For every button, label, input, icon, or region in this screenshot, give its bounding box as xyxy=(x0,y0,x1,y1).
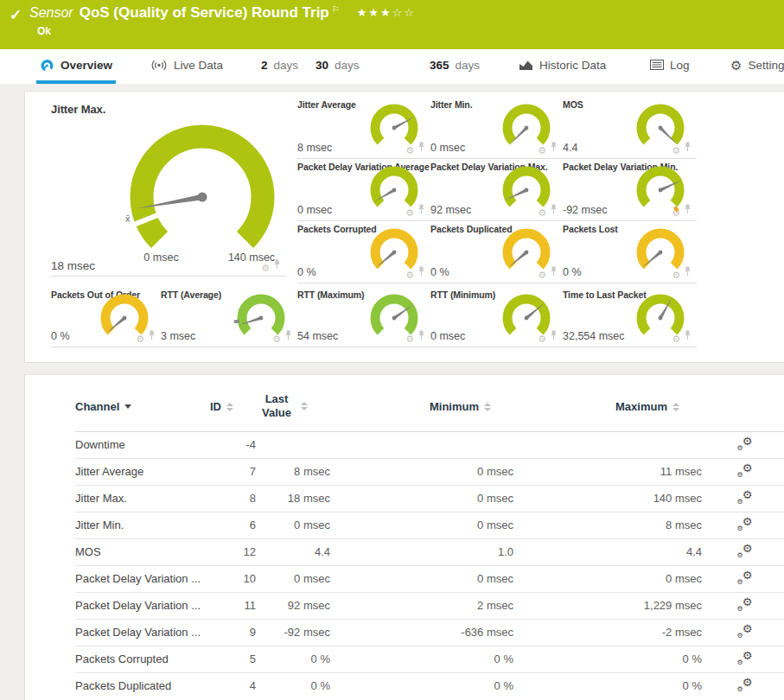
column-label: ID xyxy=(210,400,221,413)
gauge-value: 4.4 xyxy=(563,142,577,154)
gauge-title: Jitter Min. xyxy=(430,99,473,110)
cell-last-value: -92 msec xyxy=(256,619,330,646)
gauge-value: 0 % xyxy=(563,266,582,278)
cell-channel[interactable]: Packets Duplicated xyxy=(75,672,209,699)
tab-log[interactable]: Log xyxy=(647,49,693,80)
flag-icon[interactable]: ⚐ xyxy=(332,4,340,14)
cell-last-value xyxy=(256,431,330,458)
column-header-channel[interactable]: Channel xyxy=(75,375,209,431)
cell-last-value: 0 % xyxy=(256,672,330,699)
gauge-title: RTT (Minimum) xyxy=(430,290,495,300)
tab-bar: OverviewLive Data2days30days365daysHisto… xyxy=(0,49,784,84)
gauge-cell-packet-delay-variation-min[interactable]: Packet Delay Variation Min. -92 msec ⚙︎ xyxy=(563,160,697,221)
tab-label: Historic Data xyxy=(539,59,606,72)
gauge-cell-packets-duplicated[interactable]: Packets Duplicated 0 % ⚙︎ xyxy=(430,222,563,283)
cell-id: 5 xyxy=(209,646,256,672)
channel-settings-gears-icon[interactable] xyxy=(738,491,753,504)
gauge-cell-rtt-average[interactable]: RTT (Average) 3 msec ⚙︎ xyxy=(161,288,297,347)
table-header-row: ChannelIDLast ValueMinimumMaximum xyxy=(75,375,784,431)
cell-channel[interactable]: Packet Delay Variation ... xyxy=(75,565,209,592)
tab-label: days xyxy=(274,59,299,72)
gauge-cell-packets-out-of-order[interactable]: Packets Out of Order 0 % ⚙︎ xyxy=(51,288,161,347)
tab-settings[interactable]: ⚙︎Settings xyxy=(727,49,784,80)
tab-label: Log xyxy=(670,59,690,72)
column-header-maximum[interactable]: Maximum xyxy=(513,375,702,431)
gauge-cell-jitter-max[interactable]: Jitter Max. 0 msec 140 msec x̄ 18 msec ⚙… xyxy=(51,98,286,277)
channel-settings-gears-icon[interactable] xyxy=(738,625,753,638)
gauge-arc xyxy=(54,100,304,273)
cell-actions xyxy=(702,646,784,672)
tab-live-data[interactable]: Live Data xyxy=(147,49,226,80)
cell-id: 6 xyxy=(209,512,256,538)
tab-number: 2 xyxy=(261,59,268,72)
gauge-cell-packets-lost[interactable]: Packets Lost 0 % ⚙︎ xyxy=(563,222,697,283)
tab-historic-data[interactable]: Historic Data xyxy=(515,49,609,80)
column-header-minimum[interactable]: Minimum xyxy=(330,375,513,431)
cell-channel[interactable]: Packets Corrupted xyxy=(75,646,209,672)
priority-stars[interactable]: ★★★☆☆ xyxy=(357,6,416,19)
cell-channel[interactable]: Jitter Min. xyxy=(75,512,209,538)
broadcast-icon xyxy=(150,60,168,71)
cell-minimum: 0 % xyxy=(330,672,513,699)
cell-channel[interactable]: Packet Delay Variation ... xyxy=(75,619,209,646)
cell-channel[interactable]: Packet Delay Variation ... xyxy=(75,592,209,619)
tab-365-days[interactable]: 365days xyxy=(426,49,483,80)
tab-number: 365 xyxy=(430,59,449,72)
sort-icon xyxy=(672,403,679,411)
channel-settings-gears-icon[interactable] xyxy=(738,598,753,611)
cell-last-value: 92 msec xyxy=(256,592,330,619)
channel-settings-gears-icon[interactable] xyxy=(738,518,753,531)
cell-actions xyxy=(702,619,784,646)
cell-id: 8 xyxy=(209,485,256,512)
gauge-arc xyxy=(367,101,422,155)
gauge-cell-packet-delay-variation-max[interactable]: Packet Delay Variation Max. 92 msec ⚙︎ xyxy=(430,160,563,221)
gauge-value: 0 % xyxy=(297,266,316,278)
tab-30-days[interactable]: 30days xyxy=(312,49,363,80)
gauge-value: 0 msec xyxy=(430,142,465,154)
channel-settings-gears-icon[interactable] xyxy=(738,544,753,557)
gauge-cell-mos[interactable]: MOS 4.4 ⚙︎ xyxy=(563,98,697,159)
cell-minimum: 0 msec xyxy=(330,565,513,592)
channel-settings-gears-icon[interactable] xyxy=(738,652,753,665)
cell-maximum: 0 msec xyxy=(513,565,702,592)
cell-minimum: 2 msec xyxy=(330,592,513,619)
table-row-packet-delay-variation: Packet Delay Variation ...1192 msec2 mse… xyxy=(75,592,784,619)
cell-maximum: -2 msec xyxy=(513,619,702,646)
gauge-cell-time-to-last-packet[interactable]: Time to Last Packet 32,554 msec ⚙︎ xyxy=(563,288,697,347)
gauge-arc xyxy=(499,291,554,345)
gauge-title: Jitter Average xyxy=(297,99,356,110)
cell-actions xyxy=(702,592,784,619)
channel-settings-gears-icon[interactable] xyxy=(738,437,753,450)
gauge-cell-packet-delay-variation-average[interactable]: Packet Delay Variation Average 0 msec ⚙︎ xyxy=(297,160,430,221)
channel-settings-gears-icon[interactable] xyxy=(738,571,753,584)
log-icon xyxy=(650,60,664,70)
gauge-cell-packets-corrupted[interactable]: Packets Corrupted 0 % ⚙︎ xyxy=(297,222,430,283)
gauge-cell-jitter-average[interactable]: Jitter Average 8 msec ⚙︎ xyxy=(297,98,430,159)
cell-actions xyxy=(702,431,784,458)
cell-channel[interactable]: Jitter Average xyxy=(75,458,209,485)
column-header-last-value[interactable]: Last Value xyxy=(256,375,330,431)
cell-channel[interactable]: MOS xyxy=(75,538,209,565)
cell-channel[interactable]: Jitter Max. xyxy=(75,485,209,512)
cell-actions xyxy=(702,458,784,485)
cell-minimum xyxy=(330,431,513,458)
tab-overview[interactable]: Overview xyxy=(36,49,116,84)
gauge-cell-jitter-min[interactable]: Jitter Min. 0 msec ⚙︎ xyxy=(430,98,563,159)
gauge-cell-rtt-minimum[interactable]: RTT (Minimum) 0 msec ⚙︎ xyxy=(430,288,563,347)
channel-settings-gears-icon[interactable] xyxy=(738,464,753,477)
gauge-cell-rtt-maximum[interactable]: RTT (Maximum) 54 msec ⚙︎ xyxy=(297,288,430,347)
sort-icon xyxy=(226,403,233,411)
cell-channel[interactable]: Downtime xyxy=(75,431,209,458)
cell-actions xyxy=(702,538,784,565)
channel-settings-gears-icon[interactable] xyxy=(738,678,753,691)
tab-2-days[interactable]: 2days xyxy=(258,49,302,80)
column-header-id[interactable]: ID xyxy=(209,375,256,431)
sensor-kicker: Sensor xyxy=(29,5,73,20)
gear-icon: ⚙︎ xyxy=(730,59,742,72)
cell-last-value: 8 msec xyxy=(256,458,330,485)
cell-id: 7 xyxy=(209,458,256,485)
table-row-downtime: Downtime-4 xyxy=(75,431,784,458)
cell-maximum: 140 msec xyxy=(513,485,702,512)
cell-id: 10 xyxy=(209,565,256,592)
cell-last-value: 18 msec xyxy=(256,485,330,512)
